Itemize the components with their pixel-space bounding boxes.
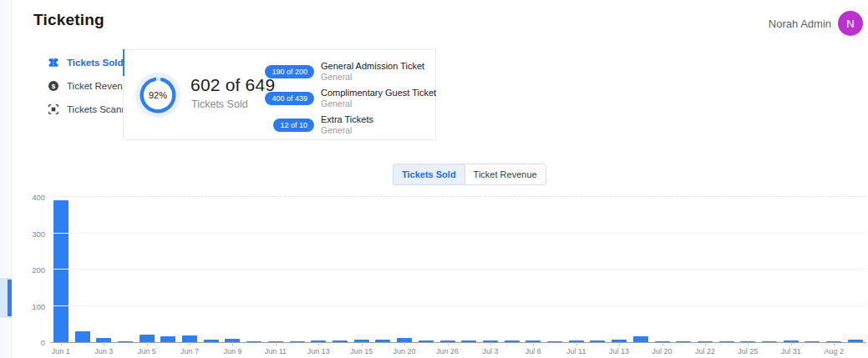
bar-slot (845, 197, 866, 342)
bar-slot (630, 197, 652, 342)
x-axis-tick (276, 342, 277, 345)
bar[interactable] (375, 340, 390, 342)
bar[interactable] (246, 341, 261, 343)
active-tab-indicator (123, 49, 124, 76)
bar-slot (243, 197, 265, 342)
avatar[interactable]: N (838, 11, 863, 36)
bar-slot (458, 197, 480, 342)
y-axis-tick-label: 0 (0, 338, 45, 347)
x-axis-tick (662, 342, 663, 345)
x-axis-tick-label: Jun 7 (180, 347, 199, 355)
bar[interactable] (140, 335, 155, 342)
bar-slot: Jul 11 (566, 197, 587, 342)
bar-series: Jun 1Jun 3Jun 5Jun 7Jun 9Jun 11Jun 13Jun… (50, 197, 866, 342)
tickets-sold-caption: Tickets Sold (191, 98, 248, 110)
bar[interactable] (547, 341, 562, 343)
x-axis-tick (748, 342, 749, 345)
ticket-type: General (321, 125, 373, 136)
x-axis-tick (533, 342, 534, 345)
bar[interactable] (118, 341, 133, 343)
x-axis-tick-label: Jul 25 (738, 347, 758, 355)
bar-slot (802, 197, 824, 342)
bar-slot (158, 197, 180, 342)
tickets-sold-count: 602 of 649 (190, 75, 275, 95)
bar-slot: Jun 11 (265, 197, 287, 342)
ticket-icon (46, 56, 60, 70)
x-axis-tick-label: Jul 6 (525, 347, 541, 355)
bar[interactable] (633, 336, 648, 342)
bar-slot: Jun 9 (222, 197, 244, 342)
x-axis-tick-label: Jun 5 (138, 347, 156, 355)
x-axis-tick (791, 342, 792, 345)
x-axis-tick (318, 342, 319, 345)
bar[interactable] (160, 336, 175, 342)
x-axis-tick (834, 342, 835, 345)
ticket-count-badge: 190 of 200 (265, 65, 314, 78)
list-item: 190 of 200 General Admission Ticket Gene… (264, 58, 429, 85)
bar-slot: Jun 26 (437, 197, 459, 342)
bar[interactable] (805, 341, 820, 343)
bar-slot: Jun 20 (393, 197, 415, 342)
bar-slot (415, 197, 437, 342)
bar[interactable] (848, 340, 863, 342)
ticket-name: Complimentary Guest Ticket (321, 88, 436, 99)
x-axis-tick (705, 342, 706, 345)
bar[interactable] (182, 335, 197, 342)
x-axis-tick-label: Jul 20 (652, 347, 673, 355)
bar[interactable] (75, 331, 90, 342)
y-axis-tick-label: 200 (0, 265, 45, 275)
bar-slot (759, 197, 780, 342)
ticket-type: General (321, 72, 424, 83)
progress-percent: 92% (134, 71, 182, 119)
bar[interactable] (590, 340, 605, 342)
bar-slot: Jul 13 (608, 197, 630, 342)
gridline (50, 305, 866, 306)
bar-slot (587, 197, 609, 342)
x-axis-tick-label: Jul 3 (482, 347, 498, 355)
list-item: 400 of 439 Complimentary Guest Ticket Ge… (264, 85, 429, 112)
bar[interactable] (332, 340, 348, 342)
chart-tab-group: Tickets Sold Ticket Revenue (393, 164, 546, 185)
bar[interactable] (290, 341, 305, 343)
tab-tickets-sold[interactable]: Tickets Sold (393, 164, 464, 185)
x-axis-tick-label: Jun 3 (94, 347, 113, 355)
bar[interactable] (461, 340, 476, 342)
sidebar-item-ticket-revenue[interactable]: $ Ticket Revenue (46, 74, 123, 98)
ticket-count-badge: 12 of 10 (273, 118, 314, 132)
page-title: Ticketing (33, 11, 104, 29)
ticket-type: General (321, 98, 436, 109)
bar-slot: Jul 20 (652, 197, 673, 342)
chart-plot: Jun 1Jun 3Jun 5Jun 7Jun 9Jun 11Jun 13Jun… (50, 197, 866, 342)
bar[interactable] (204, 340, 219, 342)
bar[interactable] (505, 340, 520, 342)
x-axis-tick (576, 342, 577, 345)
bar[interactable] (676, 341, 691, 343)
svg-text:$: $ (51, 83, 55, 90)
bar-slot: Jul 6 (522, 197, 544, 342)
x-axis-tick-label: Jul 13 (609, 347, 629, 355)
bar[interactable] (53, 200, 69, 342)
sidebar-item-tickets-scanned[interactable]: Tickets Scanned (46, 98, 123, 121)
x-axis-tick-label: Jun 26 (436, 347, 459, 355)
x-axis-tick-label: Jun 11 (265, 347, 287, 355)
progress-ring: 92% (134, 71, 182, 119)
x-axis-tick-label: Jun 13 (307, 347, 330, 355)
bar[interactable] (419, 340, 434, 342)
bar-slot: Jul 25 (738, 197, 759, 342)
gridline (50, 233, 866, 234)
gridline (50, 269, 866, 270)
side-nav: Tickets Sold $ Ticket Revenue Tickets Sc… (46, 51, 123, 121)
bar[interactable] (719, 341, 734, 343)
bar[interactable] (762, 341, 777, 343)
dollar-icon: $ (46, 79, 60, 93)
bar-slot: Jun 7 (179, 197, 201, 342)
bar-slot (72, 197, 94, 342)
bar-slot (201, 197, 222, 342)
sidebar-item-tickets-sold[interactable]: Tickets Sold (46, 51, 123, 74)
user-chip[interactable]: Norah Admin N (769, 11, 863, 36)
sidebar-item-label: Tickets Sold (67, 58, 124, 68)
x-axis-line (50, 342, 866, 343)
tab-ticket-revenue[interactable]: Ticket Revenue (464, 164, 546, 185)
bar-slot: Jun 1 (50, 197, 72, 342)
x-axis-tick-label: Jun 1 (52, 347, 70, 355)
